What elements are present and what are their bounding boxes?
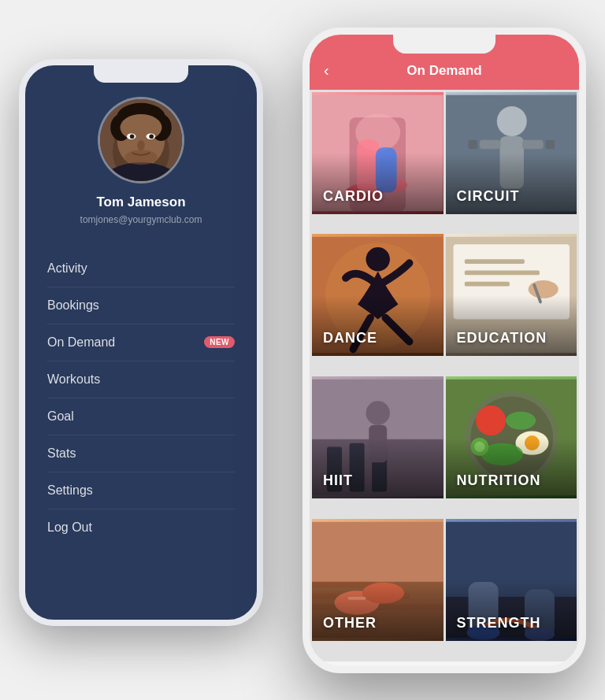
svg-point-32 <box>366 247 390 271</box>
menu-item-log-out[interactable]: Log Out <box>47 509 235 546</box>
svg-point-9 <box>130 134 135 139</box>
svg-rect-28 <box>468 139 477 148</box>
svg-rect-26 <box>479 139 500 148</box>
grid-cell-education[interactable]: EDUCATION <box>446 234 577 356</box>
svg-rect-29 <box>545 139 554 148</box>
hiit-label: HIIT <box>323 472 353 489</box>
svg-rect-35 <box>464 260 524 265</box>
menu-item-label: On Demand <box>47 335 115 350</box>
avatar <box>98 97 184 183</box>
other-label: OTHER <box>323 615 377 631</box>
menu-item-label: Settings <box>47 483 93 498</box>
header-title: On Demand <box>406 63 481 79</box>
user-name: Tom Jameson <box>96 194 185 210</box>
education-label: EDUCATION <box>457 330 547 346</box>
svg-point-54 <box>506 412 536 430</box>
menu-item-label: Goal <box>47 409 74 424</box>
back-phone-content: Tom Jameson tomjones@yourgymclub.com Act… <box>25 65 257 620</box>
svg-point-24 <box>496 106 526 136</box>
grid-container: CARDIO CIRCUIT DANCE <box>310 90 579 661</box>
nutrition-label: NUTRITION <box>457 472 541 489</box>
strength-gradient-overlay <box>446 580 577 641</box>
grid-cell-dance[interactable]: DANCE <box>312 234 444 356</box>
dance-label: DANCE <box>323 330 377 346</box>
cardio-gradient-overlay <box>312 153 444 214</box>
svg-point-50 <box>476 406 506 435</box>
menu-item-stats[interactable]: Stats <box>47 435 235 472</box>
phone-front: ‹ On Demand CARDIO <box>302 28 586 673</box>
svg-rect-27 <box>522 139 544 148</box>
other-gradient-overlay <box>312 580 444 641</box>
grid-cell-cardio[interactable]: CARDIO <box>312 92 444 214</box>
menu-item-label: Log Out <box>47 520 92 535</box>
svg-point-14 <box>124 150 158 165</box>
nutrition-gradient-overlay <box>446 438 577 499</box>
user-email: tomjones@yourgymclub.com <box>80 214 202 225</box>
menu-item-label: Bookings <box>47 298 99 313</box>
front-header: ‹ On Demand <box>310 35 579 90</box>
phone-back: Tom Jameson tomjones@yourgymclub.com Act… <box>19 59 263 626</box>
circuit-label: CIRCUIT <box>457 188 520 205</box>
menu-item-label: Stats <box>47 446 76 461</box>
back-arrow-button[interactable]: ‹ <box>324 61 329 80</box>
hiit-gradient-overlay <box>312 438 444 499</box>
menu-item-label: Activity <box>47 261 87 276</box>
grid-cell-strength[interactable]: STRENGTH <box>446 519 577 641</box>
menu-item-on-demand[interactable]: On DemandNEW <box>47 324 235 361</box>
menu-item-activity[interactable]: Activity <box>47 250 235 287</box>
svg-point-45 <box>366 401 390 424</box>
menu-item-workouts[interactable]: Workouts <box>47 361 235 398</box>
grid-cell-circuit[interactable]: CIRCUIT <box>446 92 577 214</box>
menu-item-goal[interactable]: Goal <box>47 398 235 435</box>
education-gradient-overlay <box>446 295 577 357</box>
grid-cell-nutrition[interactable]: NUTRITION <box>446 376 577 498</box>
cardio-label: CARDIO <box>323 188 384 205</box>
svg-rect-37 <box>464 282 509 287</box>
circuit-gradient-overlay <box>446 153 577 214</box>
scene: Tom Jameson tomjones@yourgymclub.com Act… <box>19 28 586 673</box>
badge-new: NEW <box>204 336 235 348</box>
strength-label: STRENGTH <box>457 615 541 631</box>
svg-point-10 <box>149 134 154 139</box>
menu-item-settings[interactable]: Settings <box>47 472 235 509</box>
svg-point-11 <box>137 140 144 150</box>
menu-item-bookings[interactable]: Bookings <box>47 287 235 324</box>
menu-item-label: Workouts <box>47 372 100 387</box>
grid-cell-hiit[interactable]: HIIT <box>312 376 444 498</box>
svg-rect-36 <box>464 271 539 276</box>
svg-point-6 <box>121 113 162 140</box>
grid-cell-other[interactable]: OTHER <box>312 519 444 641</box>
dance-gradient-overlay <box>312 295 444 357</box>
menu-list: ActivityBookingsOn DemandNEWWorkoutsGoal… <box>25 250 257 546</box>
